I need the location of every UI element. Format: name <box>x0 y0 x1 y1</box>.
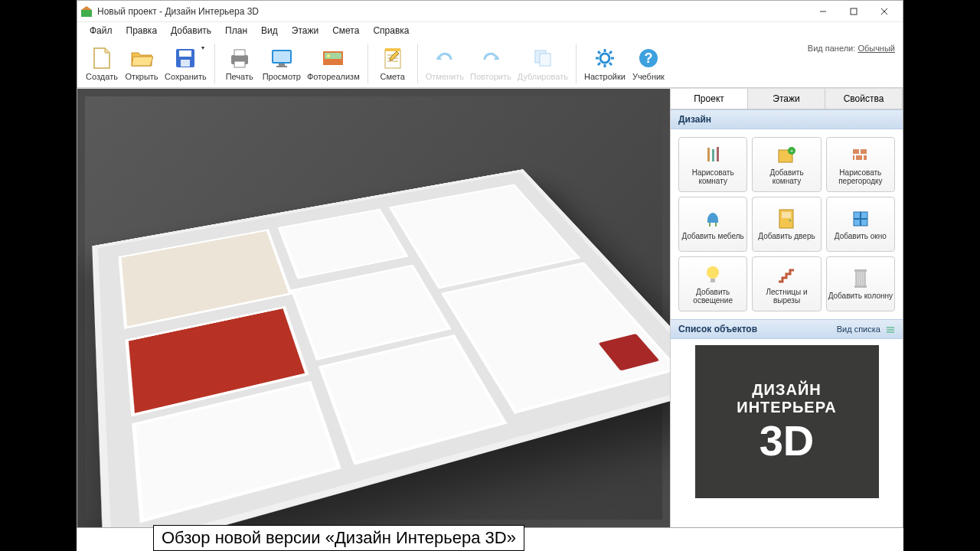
svg-text:+: + <box>790 148 794 155</box>
list-view-toggle[interactable]: Вид списка <box>837 324 895 334</box>
svg-rect-3 <box>851 8 857 15</box>
panel-mode-link[interactable]: Обычный <box>858 44 895 53</box>
open-button[interactable]: Открыть <box>122 44 162 83</box>
objects-panel-header: Список объектов Вид списка <box>671 319 903 339</box>
svg-point-54 <box>789 220 792 222</box>
svg-rect-45 <box>853 149 859 154</box>
svg-line-35 <box>609 51 612 54</box>
close-button[interactable] <box>869 1 900 22</box>
monitor-icon <box>270 46 294 70</box>
3d-viewport[interactable] <box>77 89 670 527</box>
sidebar: Проект Этажи Свойства Дизайн Нарисовать … <box>670 89 903 527</box>
undo-icon <box>433 46 457 70</box>
menu-view[interactable]: Вид <box>255 24 284 37</box>
folder-open-icon <box>129 46 154 70</box>
wall-icon <box>850 145 871 166</box>
menu-estimate[interactable]: Смета <box>326 24 365 37</box>
estimate-button[interactable]: Смета <box>373 44 413 83</box>
draw-wall-button[interactable]: Нарисовать перегородку <box>826 137 895 192</box>
minimize-button[interactable] <box>808 1 838 22</box>
svg-rect-51 <box>715 223 717 227</box>
settings-button[interactable]: Настройки <box>581 44 629 83</box>
redo-icon <box>479 46 503 70</box>
menu-edit[interactable]: Правка <box>120 24 164 37</box>
stairs-button[interactable]: Лестницы и вырезы <box>752 256 821 311</box>
tutorial-label: Учебник <box>632 72 665 81</box>
app-icon <box>80 5 93 18</box>
add-light-button[interactable]: Добавить освещение <box>678 256 747 311</box>
render-canvas <box>85 96 662 520</box>
objects-list: ДИЗАЙН ИНТЕРЬЕРА 3D <box>671 339 903 527</box>
app-window: Новый проект - Дизайн Интерьера 3D Файл … <box>77 0 903 528</box>
svg-point-18 <box>327 54 330 57</box>
svg-rect-11 <box>234 61 245 67</box>
print-button[interactable]: Печать <box>220 44 260 83</box>
svg-text:?: ? <box>644 51 652 66</box>
menu-add[interactable]: Добавить <box>165 24 217 37</box>
floorplan-model <box>92 169 670 527</box>
svg-rect-41 <box>717 147 719 161</box>
menu-plan[interactable]: План <box>219 24 253 37</box>
add-furniture-button[interactable]: Добавить мебель <box>678 197 747 252</box>
save-label: Сохранить <box>165 72 207 81</box>
draw-room-button[interactable]: Нарисовать комнату <box>678 137 747 192</box>
svg-rect-13 <box>273 51 290 62</box>
undo-button[interactable]: Отменить <box>423 44 467 83</box>
tab-floors[interactable]: Этажи <box>748 89 825 109</box>
preview-label: Просмотр <box>263 72 301 81</box>
bulb-icon <box>702 264 724 285</box>
add-door-button[interactable]: Добавить дверь <box>752 197 821 252</box>
save-button[interactable]: Сохранить ▾ <box>162 44 210 83</box>
create-label: Создать <box>86 72 118 81</box>
svg-rect-14 <box>279 64 285 66</box>
add-column-button[interactable]: Добавить колонну <box>826 256 895 311</box>
video-caption: Обзор новой версии «Дизайн Интерьера 3D» <box>153 525 524 551</box>
tab-properties[interactable]: Свойства <box>825 89 903 109</box>
content-area: Проект Этажи Свойства Дизайн Нарисовать … <box>77 88 903 527</box>
open-label: Открыть <box>125 72 158 81</box>
panel-mode-label: Вид панели: Обычный <box>808 44 895 53</box>
svg-rect-61 <box>854 269 867 272</box>
redo-button[interactable]: Повторить <box>467 44 514 83</box>
svg-line-33 <box>598 51 600 54</box>
help-icon: ? <box>636 46 661 70</box>
duplicate-button[interactable]: Дублировать <box>514 44 571 83</box>
estimate-label: Смета <box>381 72 405 81</box>
svg-rect-62 <box>854 285 867 288</box>
titlebar: Новый проект - Дизайн Интерьера 3D <box>77 1 903 22</box>
svg-rect-47 <box>856 155 862 160</box>
svg-rect-20 <box>385 48 400 51</box>
photoreal-button[interactable]: Фотореализм <box>304 44 363 83</box>
floppy-icon <box>173 46 198 70</box>
add-room-button[interactable]: + Добавить комнату <box>752 137 821 192</box>
svg-rect-50 <box>709 223 710 227</box>
menu-help[interactable]: Справка <box>367 24 415 37</box>
copy-icon <box>531 46 555 70</box>
brushes-icon <box>702 145 724 166</box>
svg-rect-15 <box>276 66 287 67</box>
tab-project[interactable]: Проект <box>671 89 748 109</box>
gear-icon <box>593 46 617 70</box>
menu-floors[interactable]: Этажи <box>286 24 325 37</box>
menubar: Файл Правка Добавить План Вид Этажи Смет… <box>77 22 903 39</box>
tutorial-button[interactable]: ? Учебник <box>629 44 668 83</box>
svg-rect-10 <box>234 50 245 56</box>
sidebar-tabs: Проект Этажи Свойства <box>671 89 903 109</box>
photoreal-label: Фотореализм <box>307 72 360 81</box>
maximize-button[interactable] <box>838 1 869 22</box>
preview-button[interactable]: Просмотр <box>260 44 304 83</box>
printer-icon <box>227 46 252 70</box>
toolbar: Создать Открыть Сохранить ▾ Печать <box>77 39 903 88</box>
settings-label: Настройки <box>584 72 626 81</box>
svg-point-58 <box>707 266 719 279</box>
svg-line-36 <box>598 63 600 65</box>
svg-rect-49 <box>864 155 867 160</box>
stairs-icon <box>776 264 797 285</box>
svg-rect-8 <box>181 60 190 67</box>
design-tools-grid: Нарисовать комнату + Добавить комнату На… <box>671 129 903 319</box>
add-window-button[interactable]: Добавить окно <box>826 197 895 252</box>
promo-logo: ДИЗАЙН ИНТЕРЬЕРА 3D <box>695 345 879 498</box>
svg-rect-48 <box>853 155 854 160</box>
create-button[interactable]: Создать <box>82 44 122 83</box>
menu-file[interactable]: Файл <box>83 24 119 37</box>
